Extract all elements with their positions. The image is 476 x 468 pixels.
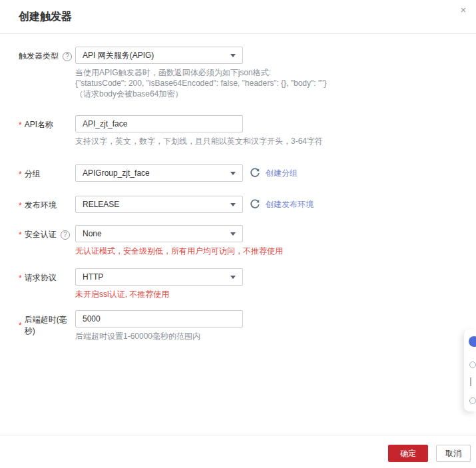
request-protocol-warning: 未开启ssl认证, 不推荐使用 xyxy=(75,290,243,300)
request-protocol-label-text: 请求协议 xyxy=(25,272,57,284)
create-group-link[interactable]: 创建分组 xyxy=(266,168,298,179)
widget-blue-icon xyxy=(469,336,476,347)
create-trigger-dialog: 创建触发器 × 触发器类型 ? API 网关服务(APIG) 当使用APIG触发… xyxy=(0,0,476,468)
required-marker: * xyxy=(19,170,22,179)
group-label: * 分组 xyxy=(19,164,75,180)
request-protocol-value: HTTP xyxy=(83,272,103,282)
api-name-label-text: API名称 xyxy=(25,119,53,130)
security-auth-label-text: 安全认证 xyxy=(25,229,57,240)
trigger-type-help-icon[interactable]: ? xyxy=(63,52,72,61)
row-request-protocol: * 请求协议 HTTP 未开启ssl认证, 不推荐使用 xyxy=(19,268,445,300)
group-value: APIGroup_zjt_face xyxy=(83,168,150,178)
trigger-type-select[interactable]: API 网关服务(APIG) xyxy=(75,47,243,64)
group-select[interactable]: APIGroup_zjt_face xyxy=(75,164,243,182)
security-auth-help-icon[interactable]: ? xyxy=(61,230,70,240)
widget-partial-icon xyxy=(470,377,471,386)
row-publish-env: * 发布环境 RELEASE 创建发布环境 xyxy=(19,196,445,213)
close-icon[interactable]: × xyxy=(457,4,469,16)
row-group: * 分组 APIGroup_zjt_face 创建分组 xyxy=(19,164,445,182)
trigger-type-hint-line1: 当使用APIG触发器时，函数返回体必须为如下json格式: xyxy=(75,67,327,78)
publish-env-label: * 发布环境 xyxy=(19,196,75,211)
chevron-down-icon xyxy=(230,232,236,236)
trigger-form: 触发器类型 ? API 网关服务(APIG) 当使用APIG触发器时，函数返回体… xyxy=(19,47,445,342)
required-marker: * xyxy=(19,120,22,130)
security-auth-select[interactable]: None xyxy=(75,225,243,242)
cancel-button[interactable]: 取消 xyxy=(436,445,471,462)
chevron-down-icon xyxy=(230,172,236,175)
refresh-icon[interactable] xyxy=(250,199,260,210)
required-marker: * xyxy=(19,321,22,330)
api-name-hint: 支持汉字，英文，数字，下划线，且只能以英文和汉字开头，3-64字符 xyxy=(75,136,323,146)
required-marker: * xyxy=(19,230,22,240)
ok-button[interactable]: 确定 xyxy=(388,445,428,462)
backend-timeout-label-text: 后端超时(毫秒) xyxy=(25,314,75,337)
publish-env-label-text: 发布环境 xyxy=(25,200,57,211)
row-backend-timeout: * 后端超时(毫秒) 后端超时设置1-60000毫秒的范围内 xyxy=(19,310,445,342)
security-auth-warning: 无认证模式，安全级别低，所有用户均可访问，不推荐使用 xyxy=(75,246,283,256)
dialog-title: 创建触发器 xyxy=(19,10,72,24)
chevron-down-icon xyxy=(230,54,236,57)
backend-timeout-input[interactable] xyxy=(75,310,243,328)
dialog-footer: 确定 取消 xyxy=(0,445,476,462)
chevron-down-icon xyxy=(230,203,236,206)
required-marker: * xyxy=(19,201,22,210)
title-divider xyxy=(0,33,476,34)
refresh-icon[interactable] xyxy=(250,168,260,178)
request-protocol-select[interactable]: HTTP xyxy=(75,268,243,286)
backend-timeout-label: * 后端超时(毫秒) xyxy=(19,310,75,337)
required-marker: * xyxy=(19,274,22,283)
create-publish-env-link[interactable]: 创建发布环境 xyxy=(266,199,314,210)
api-name-label: * API名称 xyxy=(19,115,75,130)
request-protocol-label: * 请求协议 xyxy=(19,268,75,284)
publish-env-value: RELEASE xyxy=(83,200,119,209)
footer-divider xyxy=(0,435,476,435)
api-name-input[interactable] xyxy=(75,115,243,132)
widget-partial-icon xyxy=(469,397,476,404)
row-api-name: * API名称 支持汉字，英文，数字，下划线，且只能以英文和汉字开头，3-64字… xyxy=(19,115,445,146)
security-auth-label: * 安全认证 ? xyxy=(19,225,75,240)
security-auth-value: None xyxy=(83,229,102,238)
chevron-down-icon xyxy=(230,276,236,279)
backend-timeout-hint: 后端超时设置1-60000毫秒的范围内 xyxy=(75,331,243,342)
trigger-type-label-text: 触发器类型 xyxy=(19,51,59,62)
row-trigger-type: 触发器类型 ? API 网关服务(APIG) 当使用APIG触发器时，函数返回体… xyxy=(19,47,445,99)
row-security-auth: * 安全认证 ? None 无认证模式，安全级别低，所有用户均可访问，不推荐使用 xyxy=(19,225,445,256)
publish-env-select[interactable]: RELEASE xyxy=(75,196,243,213)
trigger-type-hint-line3: （请求body会被base64加密） xyxy=(75,89,327,99)
trigger-type-label: 触发器类型 ? xyxy=(19,47,75,62)
widget-partial-icon xyxy=(469,361,476,368)
group-label-text: 分组 xyxy=(25,168,41,180)
trigger-type-hint-line2: {"statusCode": 200, "isBase64Encoded": f… xyxy=(75,78,327,89)
floating-help-widget[interactable] xyxy=(464,330,476,411)
trigger-type-value: API 网关服务(APIG) xyxy=(83,50,154,61)
